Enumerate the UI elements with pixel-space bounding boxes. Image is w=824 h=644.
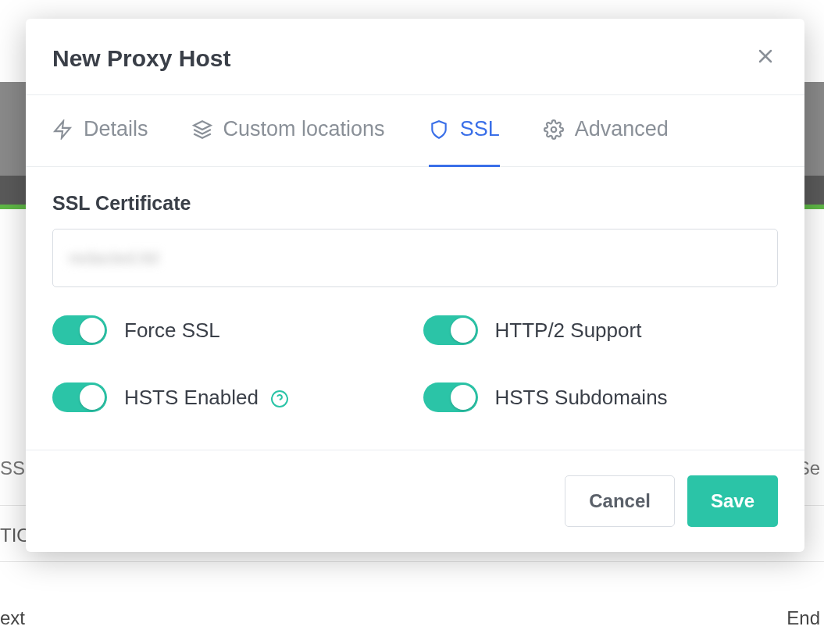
http2-label: HTTP/2 Support bbox=[495, 318, 642, 343]
force-ssl-label: Force SSL bbox=[124, 318, 220, 343]
svg-marker-2 bbox=[55, 121, 70, 138]
tab-label: Custom locations bbox=[223, 117, 385, 141]
modal-footer: Cancel Save bbox=[26, 450, 804, 552]
ssl-certificate-value: redacted.tld bbox=[69, 248, 159, 269]
tab-advanced[interactable]: Advanced bbox=[544, 95, 669, 167]
zap-icon bbox=[52, 119, 73, 140]
hsts-subdomains-toggle[interactable] bbox=[423, 382, 478, 412]
force-ssl-row: Force SSL bbox=[52, 315, 408, 345]
modal-tabs: Details Custom locations SSL Advanced bbox=[26, 95, 804, 167]
hsts-enabled-label: HSTS Enabled bbox=[124, 386, 289, 410]
force-ssl-toggle[interactable] bbox=[52, 315, 107, 345]
tab-custom-locations[interactable]: Custom locations bbox=[192, 95, 385, 167]
tab-details[interactable]: Details bbox=[52, 95, 148, 167]
http2-toggle[interactable] bbox=[423, 315, 478, 345]
new-proxy-host-modal: New Proxy Host Details Custom locations … bbox=[26, 19, 804, 552]
close-button[interactable] bbox=[753, 44, 778, 73]
tab-ssl[interactable]: SSL bbox=[429, 95, 500, 167]
hsts-enabled-row: HSTS Enabled bbox=[52, 382, 408, 412]
gear-icon bbox=[544, 119, 564, 140]
save-button[interactable]: Save bbox=[687, 475, 778, 527]
hsts-enabled-text: HSTS Enabled bbox=[124, 386, 259, 409]
modal-header: New Proxy Host bbox=[26, 19, 804, 95]
shield-icon bbox=[429, 119, 449, 140]
hsts-subdomains-label: HSTS Subdomains bbox=[495, 386, 668, 410]
bg-text: ext bbox=[0, 607, 25, 629]
svg-marker-3 bbox=[194, 121, 211, 130]
hsts-subdomains-row: HSTS Subdomains bbox=[423, 382, 779, 412]
tab-label: Details bbox=[84, 117, 148, 141]
modal-body: SSL Certificate redacted.tld Force SSL H… bbox=[26, 167, 804, 450]
tab-label: Advanced bbox=[575, 117, 669, 141]
close-icon bbox=[756, 46, 775, 70]
bg-text: End bbox=[787, 607, 820, 629]
svg-point-4 bbox=[551, 126, 556, 132]
hsts-enabled-toggle[interactable] bbox=[52, 382, 107, 412]
layers-icon bbox=[192, 119, 212, 140]
ssl-certificate-select[interactable]: redacted.tld bbox=[52, 229, 778, 287]
http2-row: HTTP/2 Support bbox=[423, 315, 779, 345]
modal-title: New Proxy Host bbox=[52, 45, 230, 72]
ssl-toggle-grid: Force SSL HTTP/2 Support HSTS Enabled HS… bbox=[52, 315, 778, 412]
help-icon[interactable] bbox=[270, 390, 289, 408]
tab-label: SSL bbox=[460, 117, 500, 141]
ssl-certificate-label: SSL Certificate bbox=[52, 192, 778, 215]
cancel-button[interactable]: Cancel bbox=[565, 475, 675, 527]
